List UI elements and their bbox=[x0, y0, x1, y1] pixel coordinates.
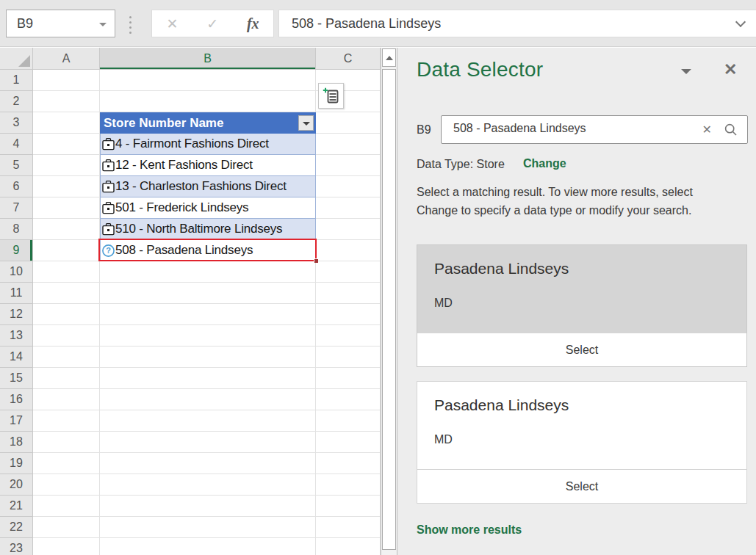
row-header[interactable]: 20 bbox=[0, 474, 33, 496]
row-header[interactable]: 10 bbox=[0, 261, 33, 283]
name-box[interactable]: B9 bbox=[6, 10, 115, 37]
result-cards: Pasadena Lindseys MD Select Pasadena Lin… bbox=[417, 244, 747, 518]
formula-bar-value: 508 - Pasadena Lindseys bbox=[292, 16, 441, 32]
row-header[interactable]: 8 bbox=[0, 219, 33, 240]
filter-arrow-icon bbox=[303, 122, 310, 126]
search-input[interactable] bbox=[453, 122, 674, 135]
result-subtitle: MD bbox=[434, 433, 453, 446]
cell-text: 4 - Fairmont Fashions Direct bbox=[115, 137, 269, 151]
vertical-scrollbar[interactable] bbox=[381, 48, 397, 555]
name-box-dropdown-icon[interactable] bbox=[99, 23, 107, 26]
table-row[interactable]: 510 - North Baltimore Lindseys bbox=[101, 219, 315, 240]
clear-search-icon[interactable]: ✕ bbox=[702, 123, 712, 137]
cell-text: 13 - Charleston Fashions Direct bbox=[115, 179, 287, 194]
formula-bar[interactable]: 508 - Pasadena Lindseys bbox=[278, 10, 756, 37]
scroll-up-button[interactable] bbox=[382, 48, 396, 67]
row-header[interactable]: 11 bbox=[0, 283, 33, 304]
panel-options-icon[interactable] bbox=[681, 69, 691, 74]
row-header[interactable]: 5 bbox=[0, 155, 33, 176]
row-header[interactable]: 19 bbox=[0, 453, 33, 474]
data-selector-panel: Data Selector ✕ B9 ✕ Data Type: Store Ch… bbox=[397, 48, 756, 555]
row-header[interactable]: 1 bbox=[0, 70, 33, 91]
result-subtitle: MD bbox=[434, 297, 453, 310]
cell-text: 508 - Pasadena Lindseys bbox=[115, 243, 253, 258]
result-title: Pasadena Lindseys bbox=[434, 260, 569, 278]
table-row[interactable]: 501 - Frederick Lindseys bbox=[101, 197, 315, 219]
formula-bar-row: B9 ✕ ✓ fx 508 - Pasadena Lindseys bbox=[0, 0, 756, 47]
change-link[interactable]: Change bbox=[523, 157, 566, 170]
row-header[interactable]: 15 bbox=[0, 368, 33, 389]
table-row[interactable]: 13 - Charleston Fashions Direct bbox=[101, 176, 315, 197]
formula-bar-expand-icon[interactable] bbox=[735, 17, 746, 27]
row-header[interactable]: 13 bbox=[0, 325, 33, 347]
table-row[interactable]: 12 - Kent Fashions Direct bbox=[101, 155, 315, 176]
table-body: 4 - Fairmont Fashions Direct12 - Kent Fa… bbox=[100, 134, 316, 261]
store-data-type-icon[interactable] bbox=[101, 159, 115, 173]
select-all-icon bbox=[18, 55, 30, 67]
row-header[interactable]: 7 bbox=[0, 197, 33, 219]
row-header[interactable]: 18 bbox=[0, 432, 33, 453]
insert-function-icon[interactable]: fx bbox=[247, 15, 259, 32]
search-icon[interactable] bbox=[724, 123, 738, 137]
instruction-text: Select a matching result. To view more r… bbox=[417, 183, 722, 220]
row-header[interactable]: 3 bbox=[0, 112, 33, 134]
scroll-up-icon bbox=[386, 56, 393, 60]
store-data-type-icon[interactable] bbox=[101, 201, 115, 215]
result-card-body[interactable]: Pasadena Lindseys MD bbox=[417, 245, 746, 333]
panel-title: Data Selector bbox=[417, 58, 543, 81]
excel-window: B9 ✕ ✓ fx 508 - Pasadena Lindseys A B C … bbox=[0, 0, 756, 555]
svg-text:?: ? bbox=[106, 246, 111, 255]
question-mark-icon[interactable]: ? bbox=[101, 244, 115, 258]
panel-cell-reference: B9 bbox=[417, 123, 431, 137]
filter-dropdown-button[interactable] bbox=[298, 115, 314, 131]
enter-icon[interactable]: ✓ bbox=[206, 15, 218, 32]
row-header[interactable]: 14 bbox=[0, 347, 33, 368]
name-box-value: B9 bbox=[17, 16, 33, 32]
data-type-label: Data Type: Store bbox=[417, 158, 505, 171]
panel-close-icon[interactable]: ✕ bbox=[724, 60, 737, 79]
row-headers: 1234567891011121314151617181920212223 bbox=[0, 70, 33, 555]
cell-text: 510 - North Baltimore Lindseys bbox=[115, 222, 282, 236]
column-header-a[interactable]: A bbox=[33, 48, 100, 70]
result-card-body[interactable]: Pasadena Lindseys MD bbox=[417, 382, 746, 469]
row-header[interactable]: 6 bbox=[0, 176, 33, 197]
worksheet-grid: A B C 1234567891011121314151617181920212… bbox=[0, 48, 381, 555]
table-header-cell[interactable]: Store Number Name bbox=[100, 112, 316, 134]
select-all-button[interactable] bbox=[0, 48, 33, 70]
store-data-type-icon[interactable] bbox=[101, 137, 115, 151]
cancel-icon[interactable]: ✕ bbox=[166, 15, 178, 32]
table-row[interactable]: ?508 - Pasadena Lindseys bbox=[101, 240, 315, 261]
row-header[interactable]: 23 bbox=[0, 538, 33, 555]
table-row[interactable]: 4 - Fairmont Fashions Direct bbox=[101, 134, 315, 155]
formula-buttons: ✕ ✓ fx bbox=[151, 10, 274, 37]
cell-text: 12 - Kent Fashions Direct bbox=[115, 158, 253, 173]
scrollbar-thumb[interactable] bbox=[382, 69, 396, 550]
result-card[interactable]: Pasadena Lindseys MD Select bbox=[417, 381, 747, 504]
insert-data-icon bbox=[323, 87, 340, 105]
search-box: ✕ bbox=[441, 115, 748, 144]
result-title: Pasadena Lindseys bbox=[434, 396, 569, 414]
store-data-type-icon[interactable] bbox=[101, 180, 115, 194]
row-header[interactable]: 2 bbox=[0, 91, 33, 112]
row-header[interactable]: 17 bbox=[0, 410, 33, 432]
cell-text: 501 - Frederick Lindseys bbox=[115, 200, 248, 215]
store-table: Store Number Name 4 - Fairmont Fashions … bbox=[100, 112, 316, 261]
result-select-button[interactable]: Select bbox=[417, 469, 746, 503]
column-header-c[interactable]: C bbox=[316, 48, 381, 70]
store-data-type-icon[interactable] bbox=[101, 222, 115, 236]
row-header[interactable]: 4 bbox=[0, 134, 33, 155]
row-header[interactable]: 12 bbox=[0, 304, 33, 325]
row-header[interactable]: 16 bbox=[0, 389, 33, 410]
result-select-button[interactable]: Select bbox=[417, 333, 746, 366]
insert-data-button[interactable] bbox=[318, 83, 344, 109]
result-card[interactable]: Pasadena Lindseys MD Select bbox=[417, 244, 747, 367]
show-more-results-link[interactable]: Show more results bbox=[417, 523, 522, 537]
formula-bar-grip-icon[interactable] bbox=[129, 16, 132, 37]
row-header[interactable]: 22 bbox=[0, 517, 33, 538]
row-header[interactable]: 21 bbox=[0, 496, 33, 517]
row-header[interactable]: 9 bbox=[0, 240, 33, 261]
column-header-b[interactable]: B bbox=[100, 48, 316, 70]
